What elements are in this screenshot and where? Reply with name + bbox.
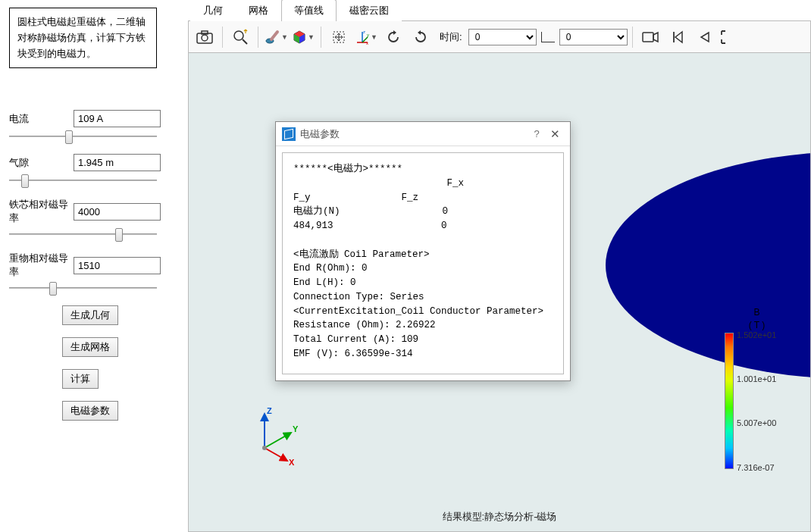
svg-line-17 [265,448,287,461]
legend-tick: 1.502e+01 [737,330,776,340]
svg-text:y: y [367,33,369,37]
dialog-help-button[interactable]: ? [528,128,546,139]
video-icon[interactable] [637,24,663,50]
input-core[interactable] [74,203,161,221]
slider-core[interactable] [9,228,157,230]
svg-text:Z: Z [267,406,272,415]
em-params-dialog: 电磁参数 ? ✕ ******<电磁力>****** F_x F_y F_z 电… [275,121,571,381]
svg-text:X: X [289,458,295,467]
legend-bar [725,333,734,469]
cube-icon[interactable]: ▼ [290,24,316,50]
slider-weight[interactable] [9,282,157,284]
rotate-cw-icon[interactable] [408,24,434,50]
legend-title2: ( T ) [725,320,789,330]
label-core: 铁芯相对磁导率 [9,198,74,225]
footer-text: 结果模型:静态场分析-磁场 [189,510,810,524]
rotate-ccw-icon[interactable] [380,24,406,50]
left-panel: 圆柱式电磁起重磁体，二维轴对称静磁场仿真，计算下方铁块受到的电磁力。 电流 气隙… [0,0,188,532]
svg-line-16 [265,433,291,448]
dialog-cube-icon [282,127,296,141]
input-weight[interactable] [74,257,161,274]
gen-mesh-button[interactable]: 生成网格 [62,337,118,357]
axis-icon[interactable]: zyx ▼ [353,24,379,50]
tab-bar: 几何 网格 等值线 磁密云图 [188,0,811,21]
svg-rect-13 [643,33,653,42]
svg-text:Y: Y [293,424,299,433]
dialog-titlebar[interactable]: 电磁参数 ? ✕ [276,122,570,146]
input-gap[interactable] [74,154,161,171]
coordinate-axes: Z Y X [249,406,310,467]
angle-icon [541,32,555,42]
legend-tick: 1.001e+01 [737,374,776,383]
zoom-icon[interactable] [227,24,253,50]
color-legend: B ( T ) 1.502e+01 1.001e+01 5.007e+00 7.… [725,307,789,469]
svg-text:x: x [366,41,368,45]
label-current: 电流 [9,112,74,126]
camera-icon[interactable] [192,24,218,50]
tab-contour[interactable]: 等值线 [281,0,337,21]
em-params-button[interactable]: 电磁参数 [62,401,118,421]
time-label: 时间: [440,30,462,44]
svg-point-2 [202,35,208,41]
gen-geom-button[interactable]: 生成几何 [62,305,118,325]
dialog-body: ******<电磁力>****** F_x F_y F_z 电磁力(N) 0 4… [282,152,564,374]
legend-title1: B [725,307,789,318]
tab-geom[interactable]: 几何 [190,0,236,21]
viewport[interactable]: Z Y X B ( T ) 1.502e+01 1.001e+01 5.007e… [188,53,811,532]
tab-mesh[interactable]: 网格 [236,0,281,21]
tab-density[interactable]: 磁密云图 [337,0,402,21]
slider-current[interactable] [9,130,157,133]
label-weight: 重物相对磁导率 [9,252,74,279]
dialog-close-button[interactable]: ✕ [546,127,564,141]
input-current[interactable] [74,110,161,127]
move-icon[interactable] [326,24,352,50]
skip-back-icon[interactable] [665,24,690,50]
legend-tick: 5.007e+00 [737,418,776,427]
svg-point-18 [262,446,267,450]
description-box: 圆柱式电磁起重磁体，二维轴对称静磁场仿真，计算下方铁块受到的电磁力。 [9,8,157,68]
step-combo[interactable]: 0 [559,29,628,45]
time-combo[interactable]: 0 [468,29,537,45]
play-back-icon[interactable] [692,24,718,50]
slider-gap[interactable] [9,174,157,177]
brush-icon[interactable]: ▼ [263,24,289,50]
svg-rect-1 [202,31,208,34]
compute-button[interactable]: 计算 [62,369,99,389]
toolbar: ▼ ▼ zyx ▼ 时间: 0 0 [188,21,811,53]
fullscreen-icon[interactable] [719,24,733,50]
svg-point-3 [234,31,243,40]
svg-line-4 [243,39,247,44]
label-gap: 气隙 [9,156,74,170]
legend-tick: 7.316e-07 [737,463,775,472]
dialog-title: 电磁参数 [300,127,528,141]
svg-text:z: z [363,30,365,34]
right-panel: 几何 网格 等值线 磁密云图 ▼ ▼ zyx ▼ [188,0,811,532]
